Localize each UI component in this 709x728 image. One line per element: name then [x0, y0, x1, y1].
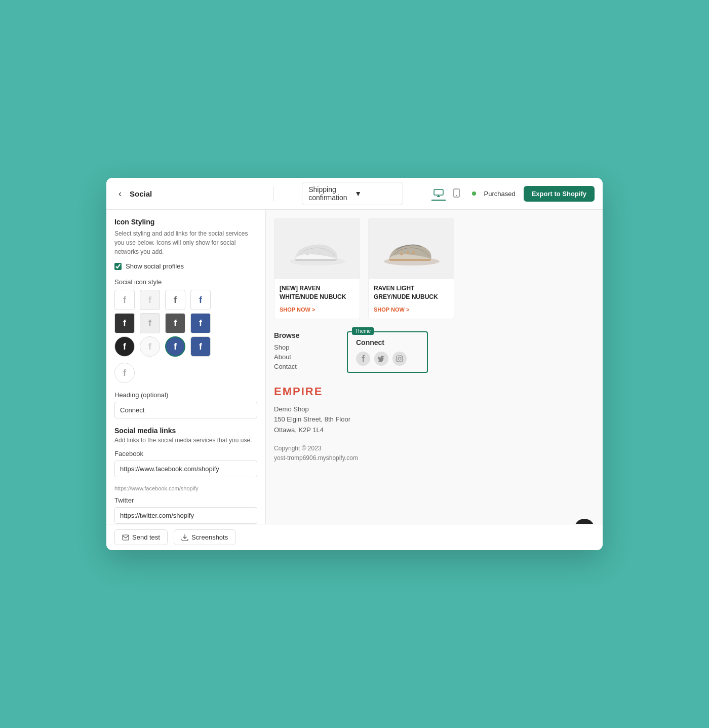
send-test-button[interactable]: Send test [114, 529, 168, 545]
email-icon [122, 534, 129, 541]
svg-point-11 [406, 251, 409, 254]
product-image-2 [369, 218, 454, 279]
icon-style-option-5[interactable]: f [114, 313, 135, 333]
product-image-1 [274, 218, 360, 279]
svg-point-8 [318, 251, 321, 254]
svg-rect-13 [397, 356, 403, 362]
section-title: Social [130, 189, 152, 198]
connect-title: Connect [356, 338, 419, 347]
browse-col: Browse Shop About Contact [274, 331, 335, 372]
browse-link-contact[interactable]: Contact [274, 363, 335, 370]
facebook-label: Facebook [114, 450, 257, 457]
browse-title: Browse [274, 331, 335, 339]
send-test-label: Send test [132, 533, 160, 541]
connect-box: Theme Connect [347, 331, 428, 373]
instagram-social-icon[interactable] [392, 352, 407, 366]
device-icons [431, 186, 464, 201]
svg-point-12 [412, 251, 415, 254]
browse-link-shop[interactable]: Shop [274, 343, 335, 351]
desktop-icon[interactable] [431, 186, 446, 201]
show-profiles-checkbox[interactable] [114, 263, 122, 270]
svg-point-14 [398, 357, 401, 360]
bottombar: Send test Screenshots [106, 524, 603, 550]
screenshots-button[interactable]: Screenshots [174, 529, 235, 545]
icon-grid: f f f f f f f f f f f f [114, 290, 257, 357]
content-area: [NEW] RAVEN WHITE/NUDE NUBUCK SHOP NOW > [266, 210, 603, 524]
heading-input[interactable] [114, 402, 257, 418]
address-line3: Ottawa, K2P 1L4 [274, 426, 324, 434]
topbar-center: Shipping confirmation ▼ [280, 182, 425, 205]
shop-now-link-1[interactable]: SHOP NOW > [280, 306, 315, 313]
status-label: Purchased [484, 190, 516, 198]
icon-style-option-8[interactable]: f [190, 313, 211, 333]
twitter-social-icon[interactable] [374, 352, 388, 366]
icon-style-label: Social icon style [114, 278, 257, 286]
main-layout: Icon Styling Select styling and add link… [106, 210, 603, 524]
dropdown-label: Shipping confirmation [308, 185, 350, 202]
svg-rect-16 [123, 535, 129, 540]
icon-style-option-7[interactable]: f [165, 313, 185, 333]
brand-logo: EMPIRE [274, 385, 595, 398]
back-button[interactable]: ‹ [114, 186, 126, 201]
product-info-2: RAVEN LIGHT GREY/NUDE NUBUCK SHOP NOW > [369, 279, 454, 319]
theme-badge: Theme [352, 327, 374, 335]
copyright: Copyright © 2023 [274, 445, 322, 452]
show-profiles-label: Show social profiles [126, 262, 184, 270]
brand-section: EMPIRE Demo Shop 150 Elgin Street, 8th F… [274, 385, 595, 436]
shopify-url: yost-tromp6906.myshopify.com [274, 454, 358, 462]
svg-point-7 [312, 251, 315, 254]
icon-style-option-9[interactable]: f [114, 336, 135, 357]
browse-link-about[interactable]: About [274, 353, 335, 361]
icon-style-option-2[interactable]: f [140, 290, 160, 310]
product-card-2: RAVEN LIGHT GREY/NUDE NUBUCK SHOP NOW > [368, 218, 454, 319]
social-media-links-title: Social media links [114, 427, 257, 435]
address-text: Demo Shop 150 Elgin Street, 8th Floor Ot… [274, 404, 595, 436]
address-line2: 150 Elgin Street, 8th Floor [274, 415, 350, 423]
export-button[interactable]: Export to Shopify [524, 186, 595, 202]
heading-label: Heading (optional) [114, 391, 257, 399]
icon-styling-desc: Select styling and add links for the soc… [114, 229, 257, 256]
icon-style-option-13[interactable]: f [114, 363, 135, 383]
icon-style-option-6[interactable]: f [140, 313, 160, 333]
product-info-1: [NEW] RAVEN WHITE/NUDE NUBUCK SHOP NOW > [274, 279, 360, 319]
sidebar: Icon Styling Select styling and add link… [106, 210, 266, 524]
topbar: ‹ Social Shipping confirmation ▼ [106, 178, 603, 210]
topbar-right: Purchased Export to Shopify [431, 186, 595, 202]
social-icons-row [356, 352, 419, 366]
svg-point-15 [401, 356, 402, 357]
facebook-hint: https://www.facebook.com/shopify [114, 485, 257, 491]
icon-styling-title: Icon Styling [114, 218, 257, 226]
svg-point-4 [456, 195, 457, 196]
status-dot [472, 191, 476, 196]
svg-point-10 [400, 252, 403, 255]
svg-point-6 [306, 252, 309, 255]
products-row: [NEW] RAVEN WHITE/NUDE NUBUCK SHOP NOW > [274, 218, 595, 319]
icon-style-option-1[interactable]: f [114, 290, 135, 310]
twitter-input[interactable] [114, 507, 257, 524]
footer-section: Browse Shop About Contact Theme Connect [274, 331, 595, 373]
template-dropdown[interactable]: Shipping confirmation ▼ [302, 182, 403, 205]
icon-style-option-12[interactable]: f [190, 336, 211, 357]
product-name-1: [NEW] RAVEN WHITE/NUDE NUBUCK [280, 284, 354, 301]
icon-style-option-10[interactable]: f [140, 336, 160, 357]
icon-style-option-4[interactable]: f [190, 290, 211, 310]
svg-rect-0 [434, 189, 443, 195]
icon-style-option-3[interactable]: f [165, 290, 185, 310]
product-name-2: RAVEN LIGHT GREY/NUDE NUBUCK [374, 284, 449, 301]
shop-now-link-2[interactable]: SHOP NOW > [374, 306, 409, 313]
mobile-icon[interactable] [450, 186, 464, 201]
icon-style-option-11[interactable]: f [165, 336, 185, 357]
screenshots-label: Screenshots [191, 533, 228, 541]
social-media-links-desc: Add links to the social media services t… [114, 437, 257, 444]
chevron-down-icon: ▼ [354, 189, 397, 198]
copyright-text: Copyright © 2023 yost-tromp6906.myshopif… [274, 444, 595, 463]
download-icon [181, 534, 188, 541]
address-line1: Demo Shop [274, 405, 309, 413]
facebook-social-icon[interactable] [356, 352, 370, 366]
twitter-label: Twitter [114, 496, 257, 504]
facebook-input[interactable] [114, 461, 257, 477]
product-card-1: [NEW] RAVEN WHITE/NUDE NUBUCK SHOP NOW > [274, 218, 360, 319]
show-profiles-row: Show social profiles [114, 262, 257, 270]
